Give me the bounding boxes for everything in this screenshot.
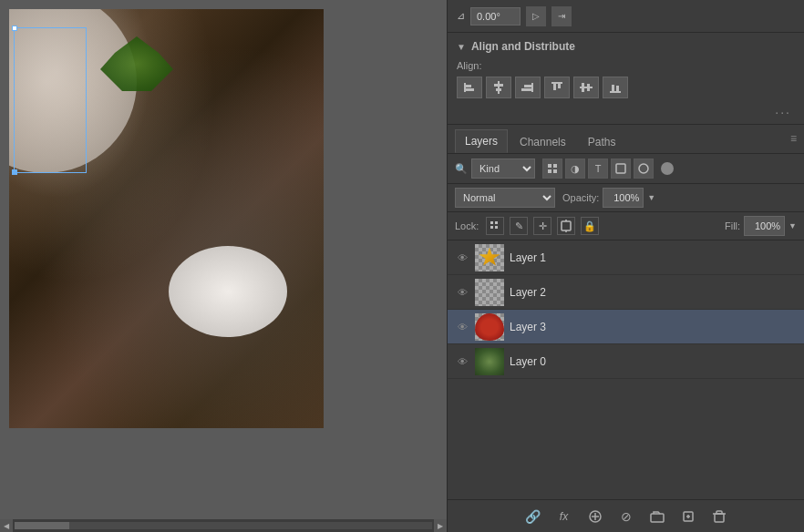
layer-visibility-icon[interactable]: 👁 (455, 251, 469, 265)
svg-rect-10 (553, 84, 556, 90)
layer-name: Layer 2 (510, 286, 797, 299)
svg-rect-5 (496, 88, 501, 91)
blend-mode-select[interactable]: Normal Dissolve Multiply Screen Overlay (455, 188, 555, 208)
opacity-group: Opacity: 100% ▼ (562, 188, 655, 208)
filter-shape-button[interactable] (611, 159, 631, 179)
filter-type-button[interactable]: T (588, 159, 608, 179)
canvas-scrollbar[interactable]: ◀ ▶ (0, 519, 447, 532)
align-top-edges-button[interactable] (544, 77, 570, 98)
svg-rect-0 (464, 83, 466, 92)
align-bottom-edges-button[interactable] (603, 77, 628, 98)
filter-smart-button[interactable] (634, 159, 654, 179)
svg-rect-27 (495, 226, 498, 229)
layer-item[interactable]: 👁 Layer 0 (448, 344, 804, 379)
scroll-track[interactable] (15, 522, 432, 529)
filter-toggle[interactable] (661, 162, 674, 175)
create-group-button[interactable] (647, 506, 667, 527)
filter-row: 🔍 Kind ◑ T (448, 154, 804, 184)
svg-rect-7 (524, 85, 531, 87)
thumb-bug (475, 313, 504, 341)
layer-thumbnail (475, 313, 504, 341)
svg-rect-34 (651, 514, 664, 522)
canvas-area: ◀ ▶ (0, 0, 447, 532)
align-right-edges-button[interactable] (515, 77, 541, 98)
canvas-content (9, 9, 324, 428)
scroll-right-arrow[interactable]: ▶ (434, 519, 447, 532)
lock-pixels-button[interactable]: ✎ (510, 217, 528, 235)
canvas-image (9, 9, 324, 428)
delete-layer-mask-button[interactable]: ⊘ (616, 506, 636, 527)
tab-paths[interactable]: Paths (578, 130, 626, 153)
svg-rect-18 (548, 164, 551, 168)
scroll-thumb[interactable] (15, 522, 69, 529)
adjust-button[interactable]: ⇥ (551, 6, 572, 26)
align-centers-h-button[interactable] (486, 77, 511, 98)
add-fill-button[interactable] (585, 506, 605, 527)
svg-rect-25 (495, 221, 498, 224)
fill-label: Fill: (725, 220, 740, 231)
lock-label: Lock: (455, 220, 479, 231)
layer-item[interactable]: 👁 Layer 3 (448, 310, 804, 344)
svg-rect-19 (553, 164, 557, 168)
panel-menu-button[interactable]: ≡ (790, 132, 797, 145)
svg-rect-11 (558, 84, 561, 88)
layer-visibility-icon[interactable]: 👁 (455, 285, 469, 300)
angle-input[interactable]: 0.00° (470, 7, 521, 26)
lock-all-button[interactable]: 🔒 (581, 217, 599, 235)
layers-list: 👁 Layer 1 👁 Layer 2 👁 (448, 240, 804, 499)
filter-adjustment-button[interactable]: ◑ (565, 159, 585, 179)
lock-artboard-button[interactable] (557, 217, 575, 235)
layer-visibility-icon[interactable]: 👁 (455, 354, 469, 369)
layer-visibility-icon[interactable]: 👁 (455, 320, 469, 334)
layer-item[interactable]: 👁 Layer 2 (448, 275, 804, 310)
blend-row: Normal Dissolve Multiply Screen Overlay … (448, 184, 804, 212)
layer-thumbnail (475, 279, 504, 306)
lock-position-button[interactable]: ✛ (533, 217, 551, 235)
link-layers-button[interactable]: 🔗 (523, 506, 543, 527)
fill-dropdown-arrow[interactable]: ▼ (789, 221, 797, 230)
collapse-arrow[interactable]: ▼ (457, 42, 466, 52)
svg-rect-24 (490, 221, 493, 224)
fill-input[interactable]: 100% (744, 216, 785, 236)
thumb-star (479, 248, 500, 268)
angle-icon: ⊿ (457, 10, 465, 22)
layer-name: Layer 1 (510, 251, 797, 264)
fx-button[interactable]: fx (554, 506, 574, 527)
svg-rect-40 (716, 511, 722, 514)
thumb-checker (475, 313, 504, 341)
opacity-input[interactable]: 100% (603, 188, 644, 208)
filter-pixel-button[interactable] (542, 159, 562, 179)
new-layer-button[interactable] (678, 506, 698, 527)
layers-panel: Layers Channels Paths ≡ 🔍 Kind (448, 125, 804, 532)
scroll-left-arrow[interactable]: ◀ (0, 519, 13, 532)
align-label: Align: (457, 60, 795, 71)
tab-layers[interactable]: Layers (455, 129, 508, 153)
layers-tabs: Layers Channels Paths ≡ (448, 125, 804, 154)
svg-rect-14 (587, 84, 590, 91)
filter-buttons: ◑ T (542, 159, 654, 179)
svg-rect-3 (498, 81, 500, 94)
selection-handle-bl[interactable] (12, 169, 17, 175)
align-buttons-row-1 (457, 77, 795, 98)
kind-select[interactable]: Kind (471, 159, 535, 179)
align-section-header: ▼ Align and Distribute (457, 40, 795, 53)
more-options-button[interactable]: ... (457, 102, 795, 117)
svg-rect-38 (715, 514, 724, 522)
svg-point-23 (639, 164, 648, 173)
layer-item[interactable]: 👁 Layer 1 (448, 240, 804, 275)
svg-rect-16 (612, 85, 614, 91)
svg-rect-26 (490, 226, 493, 229)
delete-layer-button[interactable] (709, 506, 729, 527)
tab-channels[interactable]: Channels (510, 130, 576, 153)
svg-rect-15 (610, 91, 621, 93)
plate-decoration (9, 9, 137, 173)
align-centers-v-button[interactable] (573, 77, 599, 98)
svg-rect-22 (616, 164, 625, 173)
top-toolbar: ⊿ 0.00° ▷ ⇥ (448, 0, 804, 33)
svg-rect-21 (553, 169, 557, 173)
lock-transparent-button[interactable] (486, 217, 504, 235)
align-left-edges-button[interactable] (457, 77, 482, 98)
bowl-decoration (169, 246, 287, 337)
play-button[interactable]: ▷ (526, 6, 546, 26)
opacity-dropdown-arrow[interactable]: ▼ (647, 193, 655, 202)
